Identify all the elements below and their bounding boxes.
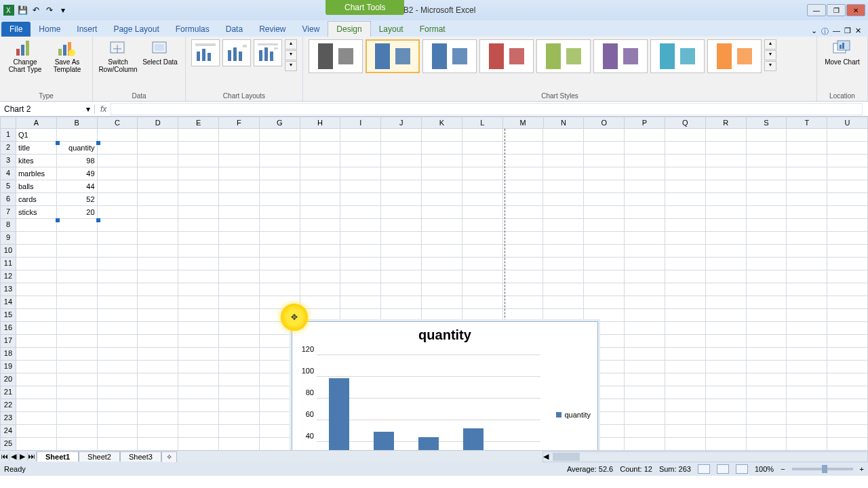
sheet-tab-3[interactable]: Sheet3 (120, 451, 161, 462)
chart-title[interactable]: quantity (292, 322, 597, 346)
cell[interactable] (827, 193, 868, 206)
cell[interactable]: 20 (57, 206, 98, 219)
cell[interactable] (98, 180, 138, 193)
cell[interactable] (827, 373, 868, 386)
tab-view[interactable]: View (294, 22, 328, 37)
cell[interactable] (503, 142, 544, 155)
cell[interactable] (300, 129, 341, 142)
cell[interactable] (625, 193, 665, 206)
tab-layout[interactable]: Layout (371, 22, 412, 37)
cell[interactable] (98, 155, 138, 167)
cell[interactable] (98, 232, 138, 245)
cell[interactable] (625, 438, 665, 450)
cell[interactable] (462, 309, 503, 322)
close-button[interactable]: ✕ (846, 4, 865, 16)
cell[interactable] (57, 232, 98, 245)
cell[interactable] (178, 386, 219, 399)
cell[interactable] (219, 167, 260, 180)
cell[interactable] (787, 245, 827, 258)
cell[interactable] (340, 180, 381, 193)
formula-bar[interactable] (111, 103, 863, 115)
cell[interactable] (178, 232, 219, 245)
cell[interactable] (16, 373, 57, 386)
cell[interactable] (219, 155, 260, 167)
cell[interactable] (300, 219, 341, 232)
cell[interactable]: kites (16, 155, 57, 167)
fx-icon[interactable]: fx (100, 104, 106, 114)
selection-handle[interactable] (96, 218, 100, 222)
column-header[interactable]: U (827, 117, 868, 129)
cell[interactable] (462, 167, 503, 180)
cell[interactable] (787, 386, 827, 399)
cell[interactable] (827, 425, 868, 438)
cell[interactable] (98, 167, 138, 180)
cell[interactable] (381, 270, 422, 283)
row-header[interactable]: 8 (0, 219, 16, 232)
cell[interactable] (16, 322, 57, 335)
sheet-tab-1[interactable]: Sheet1 (37, 451, 79, 462)
cell[interactable] (665, 283, 706, 296)
cell[interactable] (57, 245, 98, 258)
cell[interactable] (138, 232, 178, 245)
cell[interactable] (625, 142, 665, 155)
cell[interactable] (625, 219, 665, 232)
column-header[interactable]: F (219, 117, 260, 129)
row-header[interactable]: 15 (0, 309, 16, 322)
cell[interactable] (178, 296, 219, 309)
cell[interactable] (219, 283, 260, 296)
cell[interactable] (706, 296, 747, 309)
cell[interactable] (260, 270, 300, 283)
cell[interactable] (98, 425, 138, 438)
cell[interactable] (138, 425, 178, 438)
cell[interactable] (422, 245, 462, 258)
cell[interactable] (665, 206, 706, 219)
cell[interactable] (16, 386, 57, 399)
cell[interactable] (462, 206, 503, 219)
cell[interactable] (219, 142, 260, 155)
cell[interactable] (138, 129, 178, 142)
cell[interactable] (138, 386, 178, 399)
cell[interactable] (300, 180, 341, 193)
cell[interactable] (178, 270, 219, 283)
cell[interactable] (787, 180, 827, 193)
cell[interactable] (543, 232, 584, 245)
cell[interactable] (16, 245, 57, 258)
cell[interactable] (584, 167, 625, 180)
cell[interactable] (706, 270, 747, 283)
chart-layout-3[interactable] (254, 39, 282, 66)
chart-style-3[interactable] (422, 39, 477, 73)
cell[interactable] (787, 412, 827, 425)
chart-bar[interactable] (418, 437, 439, 450)
cell[interactable] (503, 219, 544, 232)
cell[interactable] (98, 193, 138, 206)
select-data-button[interactable]: Select Data (140, 39, 180, 66)
cell[interactable] (665, 399, 706, 412)
cell[interactable] (543, 167, 584, 180)
cell[interactable]: title (16, 142, 57, 155)
cell[interactable] (625, 167, 665, 180)
cell[interactable] (503, 206, 544, 219)
chart-style-2[interactable] (366, 39, 420, 73)
cell[interactable] (706, 232, 747, 245)
cell[interactable] (16, 258, 57, 270)
cell[interactable] (787, 309, 827, 322)
cell[interactable] (219, 373, 260, 386)
cell[interactable] (706, 129, 747, 142)
cell[interactable] (584, 142, 625, 155)
cell[interactable] (706, 167, 747, 180)
cell[interactable] (260, 142, 300, 155)
cell[interactable] (300, 155, 341, 167)
cell[interactable] (625, 335, 665, 348)
cell[interactable] (462, 155, 503, 167)
cell[interactable] (584, 180, 625, 193)
chart-style-8[interactable] (707, 39, 762, 73)
cell[interactable] (706, 425, 747, 438)
cell[interactable] (462, 180, 503, 193)
cell[interactable]: quantity (57, 142, 98, 155)
cell[interactable] (706, 322, 747, 335)
cell[interactable] (787, 258, 827, 270)
cell[interactable] (462, 129, 503, 142)
column-header[interactable]: M (503, 117, 544, 129)
cell[interactable] (665, 373, 706, 386)
cell[interactable] (57, 283, 98, 296)
